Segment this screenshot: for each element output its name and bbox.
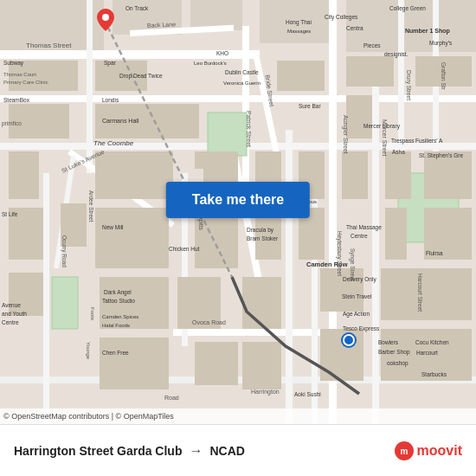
svg-text:primfico: primfico	[2, 120, 22, 127]
svg-rect-35	[346, 56, 394, 87]
svg-text:Aoki Sushi: Aoki Sushi	[294, 391, 321, 397]
moovit-logo: m moovit	[395, 441, 462, 460]
svg-text:Age Action: Age Action	[343, 311, 370, 318]
route-arrow-icon: →	[189, 443, 203, 459]
svg-text:Cocu Kitchen: Cocu Kitchen	[415, 339, 449, 345]
svg-text:SteamBox: SteamBox	[3, 97, 30, 103]
svg-text:Centra: Centra	[346, 25, 363, 31]
svg-rect-38	[9, 151, 39, 199]
origin-label: Harrington Street Garda Club	[14, 444, 182, 458]
svg-rect-16	[372, 87, 379, 424]
svg-rect-3	[190, 0, 242, 30]
svg-rect-17	[398, 0, 404, 173]
svg-rect-59	[242, 277, 281, 329]
take-me-there-button[interactable]: Take me there	[166, 182, 310, 218]
bottom-bar: Harrington Street Garda Club → NCAD m mo…	[0, 424, 476, 476]
map-pin	[97, 9, 114, 31]
moovit-logo-icon: m	[395, 441, 414, 460]
svg-text:Tesco Express: Tesco Express	[343, 325, 380, 332]
svg-text:Dublin Castle: Dublin Castle	[225, 69, 259, 75]
svg-text:Number 1 Shop: Number 1 Shop	[405, 28, 450, 35]
svg-text:City Colleges: City Colleges	[325, 14, 358, 21]
svg-text:Fusiliers' A: Fusiliers' A	[415, 138, 443, 144]
svg-rect-34	[277, 61, 325, 91]
svg-text:ookshop: ookshop	[387, 360, 408, 367]
svg-rect-43	[95, 208, 169, 268]
svg-rect-51	[342, 151, 368, 199]
svg-text:College Green: College Green	[389, 5, 426, 12]
moovit-text: moovit	[417, 443, 462, 459]
svg-point-150	[102, 14, 109, 21]
svg-text:Grafton Str: Grafton Str	[441, 62, 447, 91]
svg-rect-10	[173, 329, 329, 336]
svg-rect-66	[242, 342, 281, 389]
attribution-text: © OpenStreetMap contributors | © OpenMap…	[3, 412, 174, 421]
svg-text:Hong Thai: Hong Thai	[286, 19, 312, 26]
svg-text:Centre: Centre	[2, 319, 19, 325]
svg-text:Leo Burdock's: Leo Burdock's	[194, 61, 227, 66]
svg-text:Sure Bar: Sure Bar	[299, 103, 321, 109]
svg-rect-63	[424, 268, 472, 320]
svg-text:Ocurry Road: Ocurry Road	[61, 235, 68, 267]
svg-text:Mercer Library: Mercer Library	[363, 123, 401, 130]
svg-rect-20	[43, 173, 49, 424]
svg-text:m: m	[400, 447, 408, 456]
svg-text:Pieces: Pieces	[363, 42, 381, 48]
svg-text:Thai Massage: Thai Massage	[346, 224, 382, 231]
svg-rect-26	[208, 113, 247, 156]
svg-text:Bram Stoker: Bram Stoker	[247, 235, 279, 241]
svg-rect-67	[320, 329, 363, 381]
svg-text:The Coombe: The Coombe	[93, 139, 134, 147]
svg-rect-65	[100, 338, 169, 389]
svg-text:KHO: KHO	[216, 50, 228, 56]
svg-text:designist.: designist.	[384, 51, 408, 58]
svg-text:and Youth: and Youth	[2, 311, 27, 317]
svg-rect-54	[424, 151, 472, 199]
svg-text:St. Stephen's Gre: St. Stephen's Gre	[419, 152, 463, 159]
svg-text:Trespass: Trespass	[391, 138, 415, 145]
svg-text:Camden Spices: Camden Spices	[102, 314, 138, 319]
svg-text:Harcourt Street: Harcourt Street	[417, 273, 423, 312]
svg-rect-28	[52, 277, 78, 329]
svg-text:Bowlers: Bowlers	[378, 339, 399, 345]
svg-text:Thomas Court: Thomas Court	[3, 72, 36, 77]
svg-rect-42	[95, 151, 173, 199]
svg-text:Drury Street: Drury Street	[405, 70, 412, 100]
svg-rect-36	[346, 95, 372, 138]
svg-text:Dracula by: Dracula by	[247, 227, 274, 234]
svg-text:Harcourt: Harcourt	[416, 350, 438, 356]
destination-label: NCAD	[209, 444, 244, 458]
svg-text:Murphy's: Murphy's	[429, 40, 453, 47]
svg-text:Aungier Street: Aungier Street	[342, 115, 349, 154]
svg-text:Ovoca Road: Ovoca Road	[192, 319, 226, 325]
svg-rect-40	[9, 273, 43, 316]
svg-text:Halal Foods: Halal Foods	[102, 323, 130, 328]
svg-text:Foole: Foole	[90, 307, 95, 321]
svg-text:Road: Road	[164, 395, 179, 401]
svg-text:Veronica Guerin: Veronica Guerin	[223, 80, 261, 86]
svg-text:On Track: On Track	[125, 5, 149, 11]
svg-text:Delivery Only: Delivery Only	[343, 276, 376, 283]
svg-text:Harrington: Harrington	[251, 389, 280, 396]
svg-rect-8	[0, 95, 476, 102]
svg-rect-53	[385, 208, 407, 260]
svg-text:Dark Angel: Dark Angel	[104, 289, 132, 296]
svg-text:Londis: Londis	[102, 97, 119, 103]
destination-dot	[343, 334, 355, 346]
map-attribution: © OpenStreetMap contributors | © OpenMap…	[0, 408, 476, 424]
svg-text:Subway: Subway	[3, 60, 24, 67]
svg-text:Centre: Centre	[351, 233, 368, 239]
svg-text:Chen Free: Chen Free	[102, 350, 129, 356]
route-info: Harrington Street Garda Club → NCAD	[14, 443, 395, 459]
svg-text:Carmans Hall: Carmans Hall	[102, 118, 139, 124]
svg-text:Asha: Asha	[392, 149, 405, 155]
svg-rect-52	[385, 151, 411, 199]
svg-text:Fluirsa: Fluirsa	[426, 250, 443, 256]
svg-text:Drop Dead Twice: Drop Dead Twice	[119, 73, 163, 80]
svg-text:Thomas Street: Thomas Street	[26, 42, 72, 49]
svg-text:Barber Shop: Barber Shop	[378, 349, 410, 356]
svg-text:Spar: Spar	[104, 60, 117, 67]
svg-text:New Mill: New Mill	[102, 224, 124, 230]
svg-text:Avenue: Avenue	[2, 302, 21, 308]
svg-rect-21	[87, 0, 93, 173]
